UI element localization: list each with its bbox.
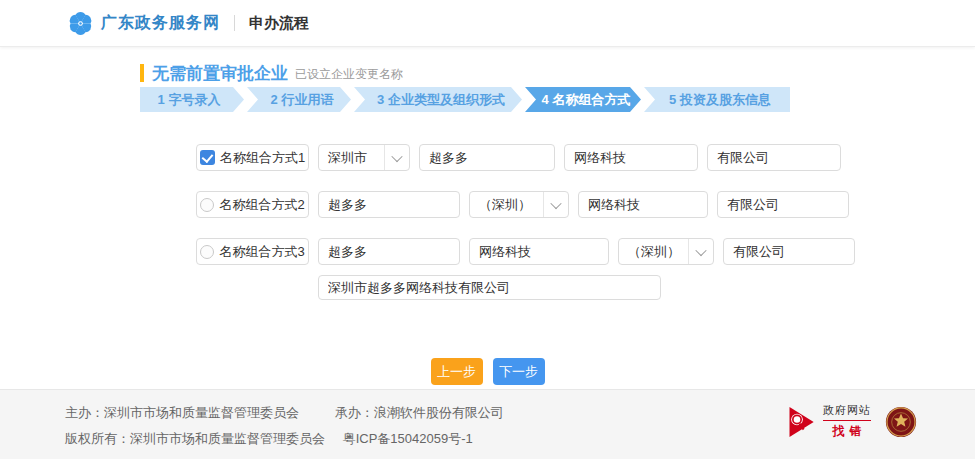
city-select-value: （深圳） [470, 196, 543, 214]
suffix-input-row1[interactable] [707, 144, 841, 171]
steps-bar: 1 字号录入 2 行业用语 3 企业类型及组织形式 4 名称组合方式 5 投资及… [140, 87, 975, 112]
pinwheel-logo-icon [68, 11, 93, 36]
footer-icp-number: 粤ICP备15042059号-1 [343, 431, 473, 446]
combination-3-option[interactable]: 名称组合方式3 [196, 238, 309, 265]
trade-name-input-row2[interactable] [318, 191, 460, 218]
footer-badges: 政府网站 找错 [787, 403, 917, 440]
industry-input-row2[interactable] [578, 191, 708, 218]
trade-name-input-row3[interactable] [318, 238, 460, 265]
radio-unchecked-icon[interactable] [200, 198, 214, 212]
page-title: 无需前置审批企业 [152, 62, 288, 85]
checkbox-checked-icon[interactable] [200, 150, 215, 165]
step-label: 3 企业类型及组织形式 [377, 91, 505, 109]
step-5-investor-info[interactable]: 5 投资及股东信息 [644, 87, 790, 112]
combination-1-option[interactable]: 名称组合方式1 [196, 144, 309, 171]
error-badge-site-label: 政府网站 [823, 403, 871, 421]
next-step-button[interactable]: 下一步 [493, 358, 545, 385]
title-accent-bar [140, 64, 144, 82]
chevron-down-icon[interactable] [384, 145, 409, 170]
nav-title: 申办流程 [249, 14, 309, 33]
name-combination-form: 名称组合方式1 深圳市 名称组合方式2 （深圳） [196, 144, 975, 301]
footer-undertaker: 承办：浪潮软件股份有限公司 [335, 405, 504, 420]
chevron-down-icon[interactable] [543, 192, 568, 217]
result-row [196, 274, 975, 301]
step-label: 1 字号录入 [158, 91, 221, 109]
suffix-input-row3[interactable] [723, 238, 855, 265]
combination-2-label: 名称组合方式2 [219, 196, 304, 214]
step-4-name-combination[interactable]: 4 名称组合方式 [525, 87, 641, 112]
step-label: 5 投资及股东信息 [669, 91, 771, 109]
page-title-row: 无需前置审批企业 已设立企业变更名称 [140, 62, 975, 84]
radio-unchecked-icon[interactable] [200, 245, 214, 259]
emblem-icon [885, 406, 917, 438]
form-actions: 上一步 下一步 [0, 358, 975, 385]
footer: 主办：深圳市市场和质量监督管理委员会 承办：浪潮软件股份有限公司 版权所有：深圳… [0, 389, 975, 459]
city-select-value: （深圳） [619, 243, 688, 261]
combination-2-option[interactable]: 名称组合方式2 [196, 191, 309, 218]
city-select-row3[interactable]: （深圳） [618, 238, 714, 265]
header: 广东政务服务网 申办流程 [0, 0, 975, 47]
step-label: 4 名称组合方式 [542, 91, 631, 109]
government-emblem-badge[interactable] [885, 406, 917, 438]
city-select-value: 深圳市 [319, 149, 384, 167]
error-badge-text: 政府网站 找错 [823, 403, 871, 440]
city-select-row2[interactable]: （深圳） [469, 191, 569, 218]
combination-3-label: 名称组合方式3 [219, 243, 304, 261]
page-subtitle: 已设立企业变更名称 [295, 63, 403, 83]
full-company-name-input[interactable] [318, 275, 661, 300]
previous-step-button[interactable]: 上一步 [431, 358, 483, 385]
industry-input-row3[interactable] [469, 238, 609, 265]
suffix-input-row2[interactable] [717, 191, 849, 218]
step-3-company-type[interactable]: 3 企业类型及组织形式 [354, 87, 522, 112]
combination-row-1: 名称组合方式1 深圳市 [196, 144, 975, 171]
trade-name-input-row1[interactable] [419, 144, 555, 171]
gov-site-error-report-badge[interactable]: 政府网站 找错 [787, 403, 871, 440]
header-divider [234, 15, 235, 31]
error-finder-magnifier-icon [787, 405, 817, 439]
combination-row-3: 名称组合方式3 （深圳） [196, 238, 975, 265]
error-badge-action-label: 找错 [828, 423, 867, 440]
step-2-industry-term[interactable]: 2 行业用语 [247, 87, 351, 112]
step-label: 2 行业用语 [271, 91, 334, 109]
chevron-down-icon[interactable] [688, 239, 713, 264]
footer-host: 主办：深圳市市场和质量监督管理委员会 [65, 405, 299, 420]
step-1-company-name[interactable]: 1 字号录入 [140, 87, 244, 112]
main-content: 无需前置审批企业 已设立企业变更名称 1 字号录入 2 行业用语 3 企业类型及… [0, 62, 975, 385]
brand-name[interactable]: 广东政务服务网 [101, 13, 220, 34]
city-select-row1[interactable]: 深圳市 [318, 144, 410, 171]
industry-input-row1[interactable] [564, 144, 698, 171]
combination-1-label: 名称组合方式1 [220, 149, 305, 167]
footer-copyright: 版权所有：深圳市市场和质量监督管理委员会 [65, 431, 325, 446]
combination-row-2: 名称组合方式2 （深圳） [196, 191, 975, 218]
